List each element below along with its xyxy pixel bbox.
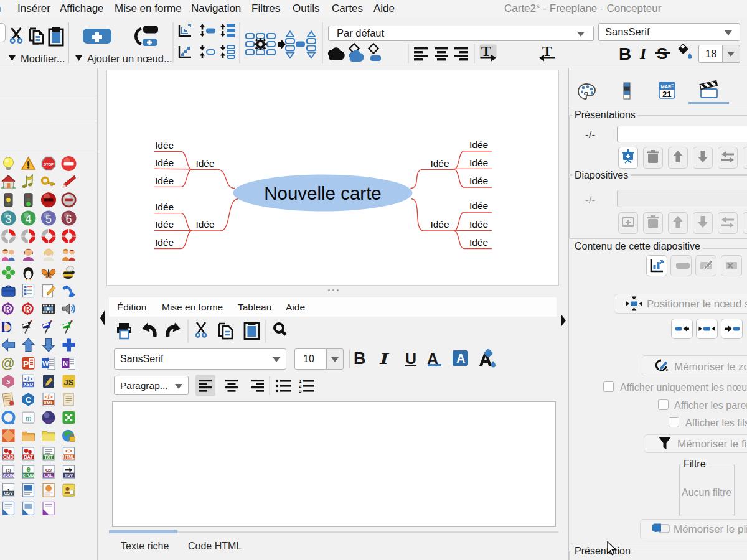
svg-text:JS: JS	[64, 378, 74, 387]
svg-text:TSV: TSV	[65, 473, 73, 477]
svg-text:Ajouter un nœud...: Ajouter un nœud...	[87, 53, 172, 64]
svg-text:B: B	[619, 44, 631, 63]
svg-text:3: 3	[5, 213, 11, 225]
svg-text:XML: XML	[44, 400, 54, 406]
svg-text:R: R	[25, 304, 31, 314]
svg-text:Idée: Idée	[155, 157, 174, 168]
svg-text:</>: </>	[24, 376, 32, 382]
svg-text:STOP: STOP	[44, 162, 54, 166]
svg-text:{:}: {:}	[6, 467, 11, 473]
svg-text:T: T	[481, 43, 491, 59]
svg-text:Idée: Idée	[155, 219, 174, 230]
svg-text:Idée: Idée	[469, 200, 488, 211]
svg-text:Modifier...: Modifier...	[21, 53, 65, 64]
svg-text:ePUB: ePUB	[23, 473, 34, 477]
svg-text:C: C	[26, 395, 32, 404]
svg-text:MAR: MAR	[660, 84, 672, 90]
svg-text:W: W	[42, 360, 49, 367]
svg-text:P: P	[23, 359, 29, 369]
svg-text:Idée: Idée	[469, 237, 488, 248]
svg-text:C:/: C:/	[45, 467, 52, 473]
svg-text:e: e	[26, 465, 31, 474]
svg-text:Idée: Idée	[155, 140, 174, 151]
svg-text:Idée: Idée	[195, 158, 214, 169]
svg-text:BAT: BAT	[24, 454, 33, 460]
svg-text:5: 5	[45, 213, 52, 225]
svg-text:Idée: Idée	[155, 237, 174, 248]
svg-text:4: 4	[25, 213, 31, 225]
svg-text:3: 3	[299, 388, 302, 394]
svg-text:m: m	[25, 414, 31, 423]
svg-text:TXT: TXT	[44, 454, 54, 460]
svg-text:N: N	[63, 360, 68, 367]
svg-text:Idée: Idée	[430, 158, 449, 169]
svg-text:<>: <>	[65, 448, 72, 454]
svg-text:</>: </>	[44, 394, 52, 400]
svg-text:Nouvelle carte: Nouvelle carte	[264, 183, 382, 203]
svg-text:CSV: CSV	[4, 491, 13, 495]
svg-text:Idée: Idée	[430, 219, 449, 230]
svg-text:HTML: HTML	[63, 455, 74, 459]
svg-text:JSON: JSON	[3, 473, 14, 477]
svg-text:@: @	[1, 355, 15, 371]
svg-text:6: 6	[65, 213, 72, 225]
svg-text:Idée: Idée	[155, 202, 174, 212]
svg-text:R: R	[5, 304, 11, 314]
svg-text:I: I	[639, 45, 647, 63]
svg-text:Idée: Idée	[469, 175, 488, 186]
svg-text:Idée: Idée	[469, 219, 488, 230]
svg-text:21: 21	[662, 90, 671, 99]
svg-text:Idée: Idée	[469, 157, 488, 168]
svg-text:CMD: CMD	[3, 454, 14, 460]
svg-text:S: S	[6, 378, 10, 385]
svg-text:Idée: Idée	[195, 219, 214, 230]
svg-text:EXE: EXE	[44, 473, 53, 477]
svg-text:Idée: Idée	[469, 139, 488, 150]
svg-text:XSD: XSD	[24, 381, 34, 387]
svg-text:Idée: Idée	[155, 175, 174, 186]
